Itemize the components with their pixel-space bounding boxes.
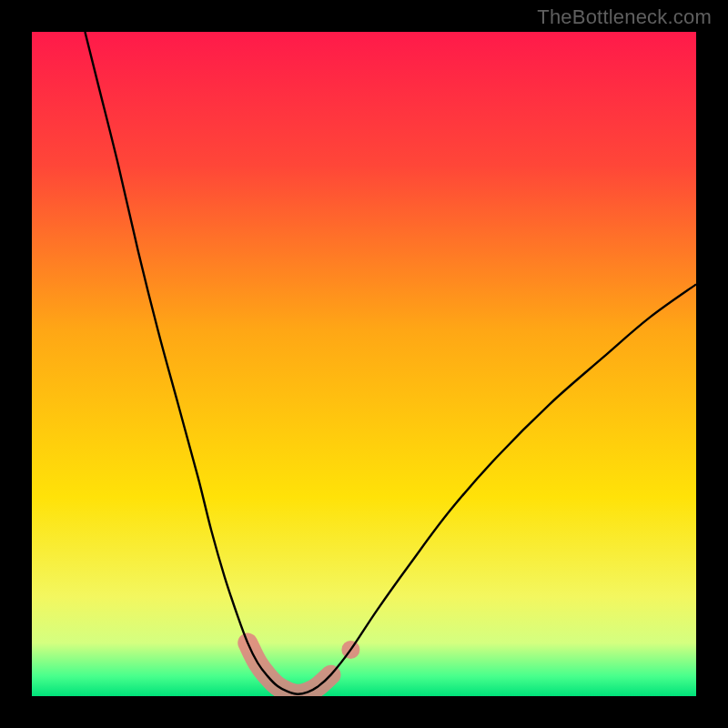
chart-plot-area — [32, 32, 696, 696]
watermark-text: TheBottleneck.com — [537, 5, 712, 29]
chart-svg — [32, 32, 696, 696]
